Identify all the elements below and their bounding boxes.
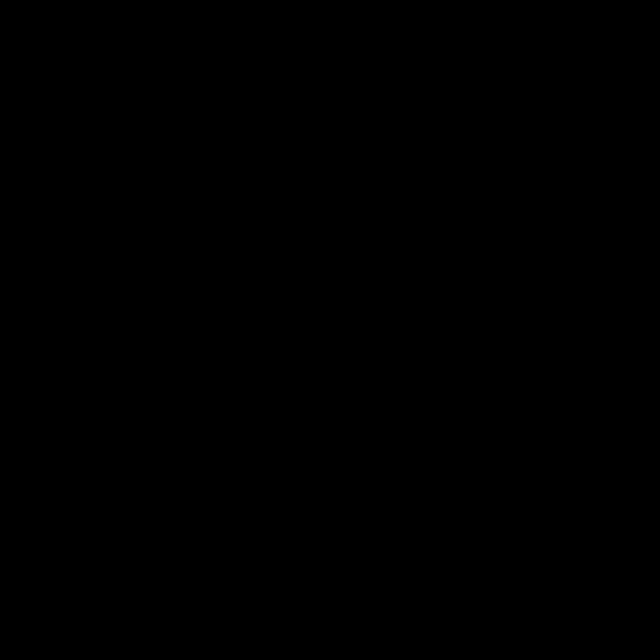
chart-frame bbox=[0, 0, 644, 644]
bottleneck-chart bbox=[0, 0, 644, 644]
